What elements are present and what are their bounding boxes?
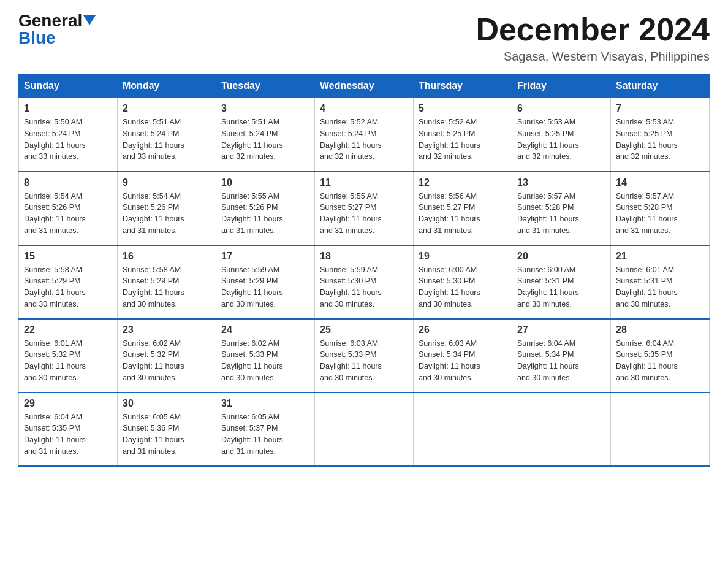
- calendar-cell: 11Sunrise: 5:55 AM Sunset: 5:27 PM Dayli…: [315, 172, 414, 245]
- calendar-header-tuesday: Tuesday: [216, 74, 315, 98]
- calendar-cell: 6Sunrise: 5:53 AM Sunset: 5:25 PM Daylig…: [512, 98, 611, 172]
- calendar-header-row: SundayMondayTuesdayWednesdayThursdayFrid…: [19, 74, 710, 98]
- day-info: Sunrise: 5:51 AM Sunset: 5:24 PM Dayligh…: [123, 117, 211, 163]
- calendar-week-row: 15Sunrise: 5:58 AM Sunset: 5:29 PM Dayli…: [19, 245, 710, 319]
- calendar-header-sunday: Sunday: [19, 74, 118, 98]
- logo-triangle-icon: [83, 15, 96, 25]
- calendar-cell: 4Sunrise: 5:52 AM Sunset: 5:24 PM Daylig…: [315, 98, 414, 172]
- calendar-cell: 28Sunrise: 6:04 AM Sunset: 5:35 PM Dayli…: [611, 319, 710, 393]
- calendar-header-monday: Monday: [118, 74, 216, 98]
- month-title: December 2024: [476, 12, 710, 47]
- calendar-cell: 5Sunrise: 5:52 AM Sunset: 5:25 PM Daylig…: [414, 98, 512, 172]
- day-number: 13: [517, 177, 605, 188]
- logo-blue-text: Blue: [18, 29, 56, 47]
- logo: General Blue: [18, 12, 96, 47]
- day-info: Sunrise: 5:58 AM Sunset: 5:29 PM Dayligh…: [24, 264, 112, 310]
- day-info: Sunrise: 5:51 AM Sunset: 5:24 PM Dayligh…: [221, 117, 309, 163]
- calendar-cell: 29Sunrise: 6:04 AM Sunset: 5:35 PM Dayli…: [19, 393, 118, 466]
- day-number: 12: [419, 177, 507, 188]
- calendar-cell: 24Sunrise: 6:02 AM Sunset: 5:33 PM Dayli…: [216, 319, 315, 393]
- day-number: 23: [123, 324, 211, 335]
- day-number: 18: [320, 251, 408, 262]
- day-info: Sunrise: 5:54 AM Sunset: 5:26 PM Dayligh…: [24, 191, 112, 237]
- calendar-header-thursday: Thursday: [414, 74, 512, 98]
- calendar-header-saturday: Saturday: [611, 74, 710, 98]
- calendar-cell: 21Sunrise: 6:01 AM Sunset: 5:31 PM Dayli…: [611, 245, 710, 319]
- day-info: Sunrise: 6:03 AM Sunset: 5:34 PM Dayligh…: [419, 338, 507, 384]
- day-number: 14: [616, 177, 704, 188]
- day-number: 30: [123, 398, 211, 409]
- day-info: Sunrise: 6:03 AM Sunset: 5:33 PM Dayligh…: [320, 338, 408, 384]
- day-number: 6: [517, 103, 605, 114]
- day-info: Sunrise: 5:58 AM Sunset: 5:29 PM Dayligh…: [123, 264, 211, 310]
- day-number: 27: [517, 324, 605, 335]
- day-number: 22: [24, 324, 112, 335]
- calendar-cell: 1Sunrise: 5:50 AM Sunset: 5:24 PM Daylig…: [19, 98, 118, 172]
- day-info: Sunrise: 5:52 AM Sunset: 5:25 PM Dayligh…: [419, 117, 507, 163]
- day-info: Sunrise: 5:50 AM Sunset: 5:24 PM Dayligh…: [24, 117, 112, 163]
- calendar-cell: 3Sunrise: 5:51 AM Sunset: 5:24 PM Daylig…: [216, 98, 315, 172]
- title-area: December 2024 Sagasa, Western Visayas, P…: [476, 12, 710, 64]
- calendar-cell: 16Sunrise: 5:58 AM Sunset: 5:29 PM Dayli…: [118, 245, 216, 319]
- calendar-cell: [611, 393, 710, 466]
- day-info: Sunrise: 6:02 AM Sunset: 5:33 PM Dayligh…: [221, 338, 309, 384]
- day-info: Sunrise: 6:04 AM Sunset: 5:35 PM Dayligh…: [24, 412, 112, 458]
- day-info: Sunrise: 6:00 AM Sunset: 5:31 PM Dayligh…: [517, 264, 605, 310]
- location-text: Sagasa, Western Visayas, Philippines: [476, 50, 710, 64]
- day-info: Sunrise: 5:55 AM Sunset: 5:26 PM Dayligh…: [221, 191, 309, 237]
- calendar-cell: 2Sunrise: 5:51 AM Sunset: 5:24 PM Daylig…: [118, 98, 216, 172]
- day-number: 4: [320, 103, 408, 114]
- day-info: Sunrise: 6:02 AM Sunset: 5:32 PM Dayligh…: [123, 338, 211, 384]
- day-info: Sunrise: 5:53 AM Sunset: 5:25 PM Dayligh…: [616, 117, 704, 163]
- day-number: 11: [320, 177, 408, 188]
- page-header: General Blue December 2024 Sagasa, Weste…: [18, 12, 710, 64]
- day-info: Sunrise: 5:56 AM Sunset: 5:27 PM Dayligh…: [419, 191, 507, 237]
- day-number: 8: [24, 177, 112, 188]
- day-number: 7: [616, 103, 704, 114]
- day-number: 20: [517, 251, 605, 262]
- calendar-cell: 15Sunrise: 5:58 AM Sunset: 5:29 PM Dayli…: [19, 245, 118, 319]
- day-number: 28: [616, 324, 704, 335]
- day-info: Sunrise: 5:53 AM Sunset: 5:25 PM Dayligh…: [517, 117, 605, 163]
- calendar-cell: [315, 393, 414, 466]
- calendar-cell: 22Sunrise: 6:01 AM Sunset: 5:32 PM Dayli…: [19, 319, 118, 393]
- day-number: 3: [221, 103, 309, 114]
- calendar-cell: 12Sunrise: 5:56 AM Sunset: 5:27 PM Dayli…: [414, 172, 512, 245]
- calendar-cell: 25Sunrise: 6:03 AM Sunset: 5:33 PM Dayli…: [315, 319, 414, 393]
- day-number: 1: [24, 103, 112, 114]
- day-number: 5: [419, 103, 507, 114]
- calendar-cell: [512, 393, 611, 466]
- day-info: Sunrise: 6:00 AM Sunset: 5:30 PM Dayligh…: [419, 264, 507, 310]
- calendar-cell: 14Sunrise: 5:57 AM Sunset: 5:28 PM Dayli…: [611, 172, 710, 245]
- day-info: Sunrise: 5:57 AM Sunset: 5:28 PM Dayligh…: [616, 191, 704, 237]
- calendar-cell: 10Sunrise: 5:55 AM Sunset: 5:26 PM Dayli…: [216, 172, 315, 245]
- day-number: 19: [419, 251, 507, 262]
- calendar-cell: [414, 393, 512, 466]
- day-info: Sunrise: 5:59 AM Sunset: 5:29 PM Dayligh…: [221, 264, 309, 310]
- day-number: 2: [123, 103, 211, 114]
- calendar-cell: 18Sunrise: 5:59 AM Sunset: 5:30 PM Dayli…: [315, 245, 414, 319]
- day-info: Sunrise: 6:05 AM Sunset: 5:37 PM Dayligh…: [221, 412, 309, 458]
- day-info: Sunrise: 6:01 AM Sunset: 5:31 PM Dayligh…: [616, 264, 704, 310]
- day-number: 26: [419, 324, 507, 335]
- calendar-cell: 23Sunrise: 6:02 AM Sunset: 5:32 PM Dayli…: [118, 319, 216, 393]
- day-number: 9: [123, 177, 211, 188]
- day-info: Sunrise: 6:04 AM Sunset: 5:34 PM Dayligh…: [517, 338, 605, 384]
- calendar-cell: 7Sunrise: 5:53 AM Sunset: 5:25 PM Daylig…: [611, 98, 710, 172]
- day-info: Sunrise: 5:54 AM Sunset: 5:26 PM Dayligh…: [123, 191, 211, 237]
- day-number: 31: [221, 398, 309, 409]
- day-number: 24: [221, 324, 309, 335]
- day-info: Sunrise: 6:01 AM Sunset: 5:32 PM Dayligh…: [24, 338, 112, 384]
- day-number: 29: [24, 398, 112, 409]
- calendar-cell: 30Sunrise: 6:05 AM Sunset: 5:36 PM Dayli…: [118, 393, 216, 466]
- day-number: 16: [123, 251, 211, 262]
- calendar-header-wednesday: Wednesday: [315, 74, 414, 98]
- calendar-header-friday: Friday: [512, 74, 611, 98]
- calendar-week-row: 22Sunrise: 6:01 AM Sunset: 5:32 PM Dayli…: [19, 319, 710, 393]
- calendar-cell: 31Sunrise: 6:05 AM Sunset: 5:37 PM Dayli…: [216, 393, 315, 466]
- calendar-cell: 8Sunrise: 5:54 AM Sunset: 5:26 PM Daylig…: [19, 172, 118, 245]
- calendar-cell: 26Sunrise: 6:03 AM Sunset: 5:34 PM Dayli…: [414, 319, 512, 393]
- day-number: 15: [24, 251, 112, 262]
- calendar-cell: 27Sunrise: 6:04 AM Sunset: 5:34 PM Dayli…: [512, 319, 611, 393]
- calendar-week-row: 8Sunrise: 5:54 AM Sunset: 5:26 PM Daylig…: [19, 172, 710, 245]
